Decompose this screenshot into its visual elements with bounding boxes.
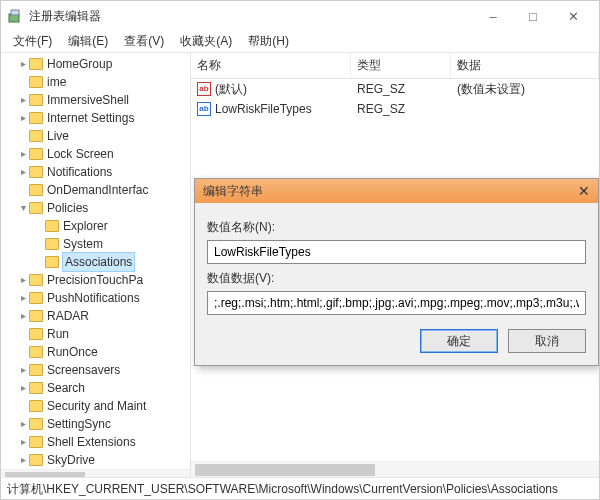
value-row[interactable]: ab(默认) REG_SZ (数值未设置) [191,79,599,99]
expand-icon[interactable]: ▸ [17,433,29,451]
folder-icon [29,418,43,430]
folder-icon [29,148,43,160]
tree-hscrollbar[interactable] [1,469,190,477]
folder-icon [29,436,43,448]
tree-item[interactable]: Security and Maint [47,397,146,415]
folder-icon [29,346,43,358]
tree-item-policies[interactable]: Policies [47,199,88,217]
close-button[interactable]: ✕ [553,2,593,30]
tree-item[interactable]: Lock Screen [47,145,114,163]
menu-view[interactable]: 查看(V) [116,31,172,52]
col-type[interactable]: 类型 [351,53,451,78]
folder-icon [29,400,43,412]
edit-string-dialog: 编辑字符串 ✕ 数值名称(N): 数值数据(V): 确定 取消 [194,178,599,366]
folder-icon [29,184,43,196]
tree-item[interactable]: Run [47,325,69,343]
minimize-button[interactable]: – [473,2,513,30]
expand-icon[interactable]: ▸ [17,415,29,433]
list-header[interactable]: 名称 类型 数据 [191,53,599,79]
value-row[interactable]: abLowRiskFileTypes REG_SZ [191,99,599,119]
expand-icon[interactable]: ▸ [17,163,29,181]
tree-item[interactable]: RunOnce [47,343,98,361]
folder-icon [29,310,43,322]
string-value-icon: ab [197,82,211,96]
tree-item[interactable]: System [63,235,103,253]
value-name-label: 数值名称(N): [207,219,586,236]
dialog-title: 编辑字符串 [203,183,578,200]
tree-pane[interactable]: ▸HomeGroup ime ▸ImmersiveShell ▸Internet… [1,53,191,477]
svg-rect-1 [11,10,19,15]
tree-item[interactable]: OnDemandInterfac [47,181,148,199]
titlebar[interactable]: 注册表编辑器 – □ ✕ [1,1,599,31]
tree-item[interactable]: RADAR [47,307,89,325]
tree-item[interactable]: PrecisionTouchPa [47,271,143,289]
tree-item-associations[interactable]: Associations [62,252,135,272]
value-data: (数值未设置) [451,81,531,98]
folder-icon [29,94,43,106]
tree-item[interactable]: ime [47,73,66,91]
tree-item[interactable]: Screensavers [47,361,120,379]
menu-favorites[interactable]: 收藏夹(A) [172,31,240,52]
col-name[interactable]: 名称 [191,53,351,78]
folder-icon [29,292,43,304]
cancel-button[interactable]: 取消 [508,329,586,353]
expand-icon[interactable]: ▸ [17,307,29,325]
folder-icon [45,220,59,232]
maximize-button[interactable]: □ [513,2,553,30]
app-icon [7,8,23,24]
value-type: REG_SZ [351,82,451,96]
expand-icon[interactable]: ▸ [17,145,29,163]
value-data-input[interactable] [207,291,586,315]
expand-icon[interactable]: ▸ [17,289,29,307]
folder-icon [29,76,43,88]
value-name: LowRiskFileTypes [215,102,312,116]
statusbar: 计算机\HKEY_CURRENT_USER\SOFTWARE\Microsoft… [1,477,599,499]
menu-help[interactable]: 帮助(H) [240,31,297,52]
folder-icon [29,166,43,178]
folder-icon [29,364,43,376]
expand-icon[interactable]: ▸ [17,271,29,289]
tree-item[interactable]: SkyDrive [47,451,95,469]
folder-icon [29,328,43,340]
tree-item[interactable]: PushNotifications [47,289,140,307]
expand-icon[interactable]: ▸ [17,379,29,397]
folder-icon [45,256,59,268]
string-value-icon: ab [197,102,211,116]
folder-icon [29,58,43,70]
menubar: 文件(F) 编辑(E) 查看(V) 收藏夹(A) 帮助(H) [1,31,599,53]
folder-icon [29,112,43,124]
tree-item[interactable]: Internet Settings [47,109,134,127]
collapse-icon[interactable]: ▾ [17,199,29,217]
ok-button[interactable]: 确定 [420,329,498,353]
tree-item[interactable]: Live [47,127,69,145]
folder-icon [29,130,43,142]
menu-file[interactable]: 文件(F) [5,31,60,52]
folder-icon [29,202,43,214]
tree-item[interactable]: Search [47,379,85,397]
dialog-close-button[interactable]: ✕ [578,183,590,199]
expand-icon[interactable]: ▸ [17,361,29,379]
tree-item[interactable]: SettingSync [47,415,111,433]
regedit-window: 注册表编辑器 – □ ✕ 文件(F) 编辑(E) 查看(V) 收藏夹(A) 帮助… [0,0,600,500]
folder-icon [45,238,59,250]
menu-edit[interactable]: 编辑(E) [60,31,116,52]
expand-icon[interactable]: ▸ [17,451,29,469]
value-name-input[interactable] [207,240,586,264]
folder-icon [29,274,43,286]
tree-item[interactable]: Notifications [47,163,112,181]
expand-icon[interactable]: ▸ [17,109,29,127]
expand-icon[interactable]: ▸ [17,55,29,73]
tree-item[interactable]: HomeGroup [47,55,112,73]
tree-item[interactable]: Shell Extensions [47,433,136,451]
tree-item[interactable]: ImmersiveShell [47,91,129,109]
expand-icon[interactable]: ▸ [17,91,29,109]
dialog-titlebar[interactable]: 编辑字符串 ✕ [195,179,598,203]
folder-icon [29,454,43,466]
tree-item[interactable]: Explorer [63,217,108,235]
value-data-label: 数值数据(V): [207,270,586,287]
col-data[interactable]: 数据 [451,53,599,78]
value-name: (默认) [215,81,247,98]
values-hscrollbar[interactable] [191,461,599,477]
window-title: 注册表编辑器 [29,8,473,25]
folder-icon [29,382,43,394]
